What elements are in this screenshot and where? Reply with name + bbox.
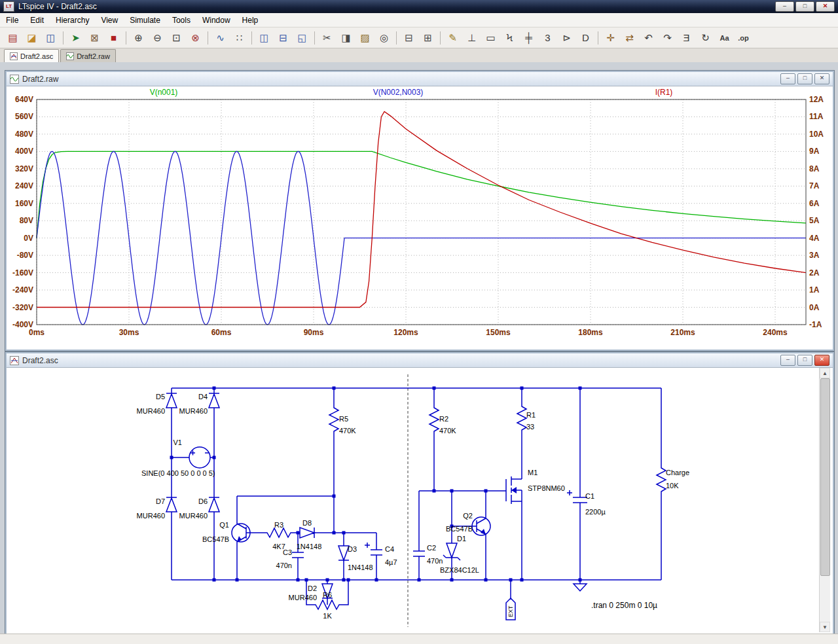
- net-label-icon[interactable]: ▭: [482, 30, 500, 46]
- tile-horizontal-icon[interactable]: ⊟: [274, 30, 292, 46]
- minimize-button[interactable]: –: [775, 1, 794, 12]
- schematic-components[interactable]: [166, 393, 666, 620]
- halt-icon[interactable]: ■: [105, 30, 122, 46]
- print-icon[interactable]: ⊟: [400, 30, 418, 46]
- label-d3-value[interactable]: 1N4148: [348, 564, 373, 571]
- wire-icon[interactable]: ✎: [444, 30, 462, 46]
- menu-window[interactable]: Window: [196, 14, 236, 27]
- component-icon[interactable]: D: [577, 30, 594, 46]
- undo-icon[interactable]: ↶: [640, 30, 657, 46]
- trace-label[interactable]: V(N002,N003): [373, 88, 424, 97]
- grid-icon[interactable]: ∷: [230, 30, 248, 46]
- waveform-plot[interactable]: 640V560V480V400V320V240V160V80V0V-80V-16…: [7, 86, 830, 347]
- tab-draft2-raw[interactable]: Draft2.raw: [60, 49, 116, 62]
- drag-icon[interactable]: ⇄: [621, 30, 638, 46]
- label-charge-value[interactable]: 10K: [666, 482, 679, 490]
- rotate-icon[interactable]: ↻: [697, 30, 714, 46]
- zoom-full-extents-icon[interactable]: ⊗: [187, 30, 204, 46]
- zoom-out-icon[interactable]: ⊖: [149, 30, 166, 46]
- save-icon[interactable]: ◫: [42, 30, 60, 46]
- menu-simulate[interactable]: Simulate: [124, 14, 166, 27]
- inductor-icon[interactable]: 3: [539, 30, 556, 46]
- label-c2-value[interactable]: 470n: [427, 557, 443, 565]
- label-v1-value[interactable]: SINE(0 400 50 0 0 0 5): [141, 469, 215, 477]
- label-r1[interactable]: R1: [526, 411, 536, 419]
- label-charge[interactable]: Charge: [666, 469, 689, 476]
- maximize-button[interactable]: □: [795, 1, 814, 12]
- menu-edit[interactable]: Edit: [24, 14, 50, 27]
- waveform-window-titlebar[interactable]: Draft2.raw – □ ✕: [7, 72, 833, 86]
- zoom-in-icon[interactable]: ⊕: [130, 30, 147, 46]
- label-q1[interactable]: Q1: [219, 521, 229, 529]
- simulation-directive[interactable]: .tran 0 250m 0 10µ: [591, 601, 657, 610]
- label-c3-value[interactable]: 470n: [276, 562, 292, 569]
- cascade-windows-icon[interactable]: ◱: [293, 30, 311, 46]
- menu-help[interactable]: Help: [236, 14, 264, 27]
- label-d7[interactable]: D7: [156, 497, 165, 505]
- scrollbar-track[interactable]: [820, 378, 830, 622]
- print-preview-icon[interactable]: ⊞: [419, 30, 437, 46]
- label-d1-value[interactable]: BZX84C12L: [440, 566, 479, 574]
- tab-draft2-asc[interactable]: Draft2.asc: [4, 49, 59, 62]
- label-ext-port[interactable]: EXT: [507, 605, 514, 617]
- label-c4-value[interactable]: 4µ7: [385, 558, 397, 566]
- cut-icon[interactable]: ✂: [318, 30, 336, 46]
- menu-view[interactable]: View: [95, 14, 124, 27]
- label-d8[interactable]: D8: [302, 519, 312, 527]
- label-d2[interactable]: D2: [308, 584, 317, 592]
- label-r1-value[interactable]: 33: [526, 423, 534, 431]
- label-d1[interactable]: D1: [457, 535, 466, 543]
- label-d6-value[interactable]: MUR460: [179, 512, 208, 520]
- redo-icon[interactable]: ↷: [659, 30, 676, 46]
- label-c4[interactable]: C4: [385, 545, 394, 553]
- label-d7-value[interactable]: MUR460: [137, 512, 165, 520]
- child-minimize-button[interactable]: –: [780, 73, 795, 84]
- trace-label[interactable]: V(n001): [150, 88, 178, 97]
- open-icon[interactable]: ◪: [23, 30, 41, 46]
- label-m1[interactable]: M1: [528, 469, 537, 476]
- scrollbar-thumb[interactable]: [820, 378, 830, 576]
- label-q2[interactable]: Q2: [463, 512, 473, 520]
- find-icon[interactable]: ◎: [375, 30, 393, 46]
- tile-vertical-icon[interactable]: ◫: [255, 30, 273, 46]
- label-c2[interactable]: C2: [427, 544, 436, 552]
- spice-directive-icon[interactable]: .op: [735, 30, 752, 46]
- label-d4-value[interactable]: MUR460: [179, 407, 208, 415]
- label-d3[interactable]: D3: [348, 545, 357, 553]
- copy-icon[interactable]: ◨: [337, 30, 355, 46]
- label-q2-value[interactable]: BC547B: [446, 525, 473, 533]
- control-panel-icon[interactable]: ⊠: [86, 30, 103, 46]
- label-d4[interactable]: D4: [198, 393, 208, 401]
- label-r2-value[interactable]: 470K: [439, 427, 456, 435]
- schematic-canvas[interactable]: D5 MUR460 D4 MUR460 D7 MUR460 D6 MUR460 …: [7, 368, 819, 632]
- capacitor-icon[interactable]: ╪: [520, 30, 537, 46]
- ground-icon[interactable]: ⊥: [463, 30, 481, 46]
- label-d5[interactable]: D5: [156, 393, 165, 401]
- menu-file[interactable]: File: [0, 14, 24, 27]
- label-d2-value[interactable]: MUR460: [289, 594, 317, 601]
- label-d5-value[interactable]: MUR460: [137, 407, 165, 415]
- label-c3[interactable]: C3: [283, 548, 292, 556]
- child-close-button[interactable]: ✕: [814, 355, 829, 366]
- child-maximize-button[interactable]: □: [797, 73, 812, 84]
- menu-tools[interactable]: Tools: [166, 14, 196, 27]
- label-r6[interactable]: R6: [323, 591, 332, 599]
- label-v1[interactable]: V1: [173, 438, 182, 446]
- text-icon[interactable]: Aa: [716, 30, 733, 46]
- label-c1-value[interactable]: 2200µ: [585, 508, 606, 516]
- label-m1-value[interactable]: STP8NM60: [528, 484, 565, 492]
- child-minimize-button[interactable]: –: [780, 355, 795, 366]
- label-q1-value[interactable]: BC547B: [202, 535, 229, 543]
- trace-label[interactable]: I(R1): [655, 88, 673, 97]
- label-r3[interactable]: R3: [274, 521, 283, 529]
- schematic-window-titlebar[interactable]: Draft2.asc – □ ✕: [7, 353, 833, 368]
- autorange-icon[interactable]: ∿: [211, 30, 229, 46]
- mirror-icon[interactable]: Ǝ: [678, 30, 695, 46]
- menu-hierarchy[interactable]: Hierarchy: [50, 14, 95, 27]
- paste-icon[interactable]: ▨: [356, 30, 374, 46]
- waveform-plot-svg[interactable]: 640V560V480V400V320V240V160V80V0V-80V-16…: [7, 86, 830, 347]
- scroll-up-button[interactable]: ▲: [820, 368, 830, 378]
- zoom-area-icon[interactable]: ⊡: [168, 30, 185, 46]
- label-c1[interactable]: C1: [585, 492, 594, 500]
- label-r6-value[interactable]: 1K: [323, 612, 332, 620]
